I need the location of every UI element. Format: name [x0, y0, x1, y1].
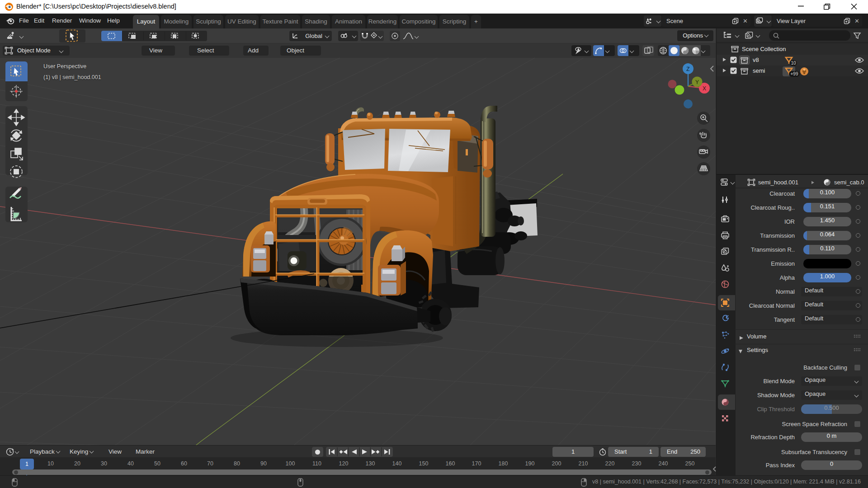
- svg-text:Y: Y: [695, 79, 699, 85]
- svg-text:X: X: [703, 85, 706, 92]
- svg-text:Z: Z: [686, 66, 689, 72]
